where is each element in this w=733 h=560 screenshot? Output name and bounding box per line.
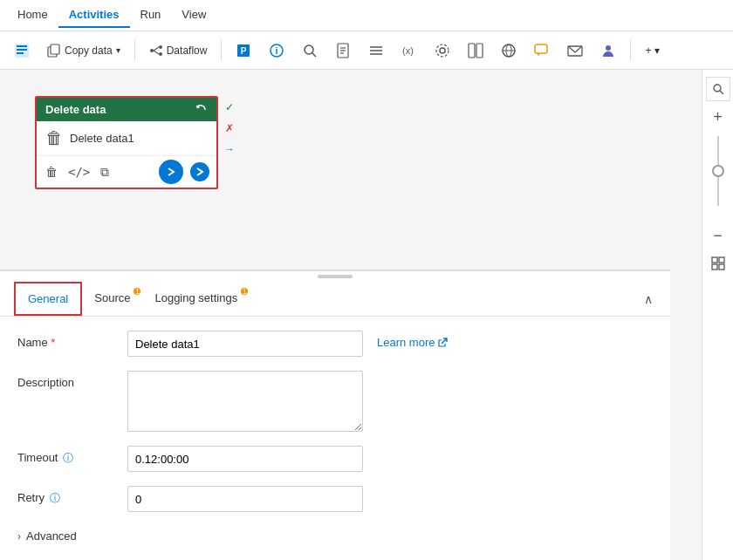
go-btn[interactable] — [190, 162, 209, 181]
svg-rect-40 — [712, 264, 717, 270]
zoom-fit-btn[interactable] — [706, 251, 730, 276]
advanced-label: Advanced — [26, 529, 77, 543]
pipeline-btn[interactable]: P — [229, 39, 258, 62]
svg-rect-39 — [719, 257, 724, 263]
svg-text:(x): (x) — [402, 45, 414, 56]
email-btn[interactable] — [560, 39, 590, 62]
svg-text:i: i — [276, 45, 278, 56]
delete-icon[interactable]: 🗑 — [44, 163, 59, 181]
tabs-bar: General Source 1 Logging settings 1 ∧ — [0, 282, 670, 317]
svg-marker-33 — [537, 53, 539, 57]
retry-label: Retry ⓘ — [17, 486, 113, 506]
arrow-btn[interactable] — [159, 160, 183, 184]
menu-view[interactable]: View — [171, 3, 216, 28]
svg-line-37 — [720, 91, 723, 94]
info-btn[interactable]: i — [262, 39, 291, 62]
svg-rect-3 — [17, 52, 24, 54]
activity-title: Delete data — [45, 103, 106, 116]
search-btn[interactable] — [295, 39, 325, 62]
svg-rect-27 — [469, 44, 475, 58]
retry-input[interactable] — [127, 486, 363, 512]
zoom-controls: + − — [702, 70, 733, 560]
svg-point-26 — [436, 44, 449, 57]
advanced-chevron-icon: › — [17, 530, 21, 543]
svg-rect-38 — [712, 257, 717, 263]
timeout-row: Timeout ⓘ — [17, 446, 653, 472]
copy-icon[interactable]: ⧉ — [99, 163, 111, 181]
add-btn[interactable]: + ▾ — [638, 41, 666, 60]
name-input[interactable] — [127, 331, 363, 357]
tabs-left: General Source 1 Logging settings 1 — [14, 282, 250, 316]
teams-btn[interactable] — [593, 39, 623, 62]
svg-point-36 — [714, 85, 721, 92]
source-badge: 1 — [134, 288, 140, 295]
menu-bar: Home Activities Run View — [0, 0, 733, 31]
copy-data-btn[interactable]: Copy data ▾ — [40, 40, 127, 61]
advanced-row[interactable]: › Advanced — [17, 526, 653, 546]
collapse-btn[interactable]: ∧ — [641, 289, 656, 310]
zoom-in-btn[interactable]: + — [706, 105, 730, 129]
activity-body: 🗑 Delete data1 — [37, 121, 216, 155]
tab-logging[interactable]: Logging settings 1 — [142, 283, 250, 315]
svg-point-6 — [150, 49, 154, 52]
svg-line-9 — [154, 47, 159, 51]
svg-rect-28 — [476, 44, 483, 58]
timeout-input[interactable] — [127, 446, 363, 472]
svg-rect-2 — [17, 49, 27, 51]
tab-source[interactable]: Source 1 — [82, 283, 142, 315]
bottom-panel: General Source 1 Logging settings 1 ∧ — [0, 270, 670, 560]
form-area: Name * Learn more Description — [0, 317, 670, 560]
svg-rect-1 — [17, 45, 27, 47]
timeout-info-icon: ⓘ — [63, 452, 73, 464]
timeout-label: Timeout ⓘ — [17, 446, 113, 466]
learn-more-link[interactable]: Learn more — [377, 331, 448, 349]
search-zoom-btn[interactable] — [706, 77, 730, 101]
activity-label: Delete data1 — [70, 132, 134, 145]
activity-header: Delete data — [37, 98, 216, 121]
description-input[interactable] — [127, 371, 363, 432]
svg-point-25 — [440, 48, 445, 53]
document-btn[interactable] — [328, 39, 358, 62]
variable-btn[interactable]: (x) — [394, 39, 424, 62]
list-btn[interactable] — [361, 39, 391, 62]
node-action-arrow[interactable]: → — [220, 140, 239, 159]
settings-btn[interactable] — [428, 39, 457, 62]
canvas[interactable]: Delete data 🗑 Delete data1 🗑 </> ⧉ — [0, 70, 702, 560]
name-row: Name * Learn more — [17, 331, 653, 357]
svg-text:P: P — [241, 46, 247, 56]
zoom-out-btn[interactable]: − — [706, 223, 730, 248]
activity-footer: 🗑 </> ⧉ — [37, 155, 216, 188]
description-row: Description — [17, 371, 653, 432]
panel-drag-handle[interactable] — [0, 271, 670, 282]
retry-info-icon: ⓘ — [50, 492, 60, 504]
undo-icon[interactable] — [195, 104, 208, 116]
code-icon[interactable]: </> — [66, 163, 92, 181]
node-action-x[interactable]: ✗ — [220, 119, 239, 138]
globe-btn[interactable] — [494, 39, 524, 62]
menu-activities[interactable]: Activities — [58, 3, 130, 28]
trash-icon: 🗑 — [45, 128, 63, 148]
zoom-slider[interactable] — [717, 133, 719, 220]
svg-line-10 — [154, 51, 159, 54]
zoom-thumb[interactable] — [712, 165, 724, 177]
svg-point-35 — [606, 45, 611, 51]
logging-badge: 1 — [241, 288, 248, 295]
menu-run[interactable]: Run — [130, 3, 172, 28]
name-required: * — [51, 336, 55, 349]
chat-btn[interactable] — [527, 39, 557, 62]
activity-node[interactable]: Delete data 🗑 Delete data1 🗑 </> ⧉ — [35, 96, 218, 189]
external-link-icon — [437, 338, 448, 348]
node-action-check[interactable]: ✓ — [220, 98, 239, 117]
node-actions: ✓ ✗ → — [220, 98, 239, 159]
svg-point-8 — [159, 52, 162, 56]
main-area: Delete data 🗑 Delete data1 🗑 </> ⧉ — [0, 70, 733, 560]
zoom-track — [717, 136, 719, 206]
dataflow-btn[interactable]: Dataflow — [142, 40, 215, 61]
menu-home[interactable]: Home — [7, 3, 58, 28]
svg-point-7 — [159, 45, 162, 49]
toolbar-divider-2 — [221, 40, 222, 61]
retry-row: Retry ⓘ — [17, 486, 653, 512]
svg-rect-5 — [51, 44, 59, 54]
tab-general[interactable]: General — [14, 282, 82, 316]
split-btn[interactable] — [461, 39, 490, 62]
